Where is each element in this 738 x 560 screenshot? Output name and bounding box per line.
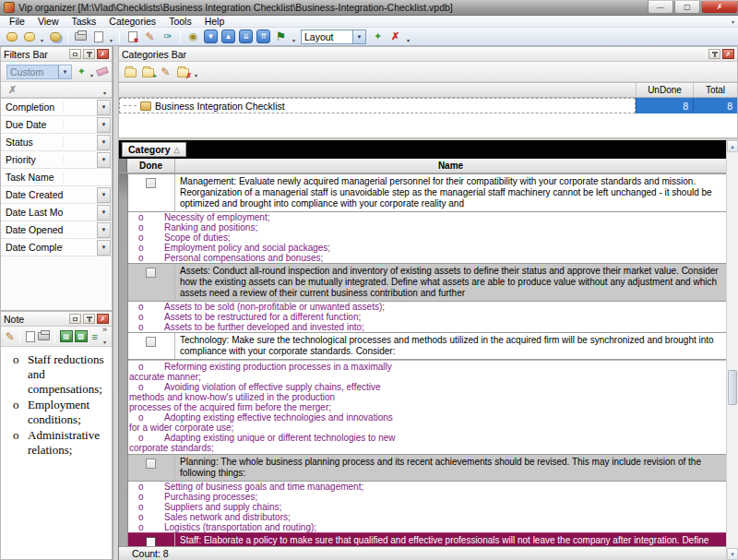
filter-row[interactable]: Date Last Modified▼: [1, 204, 112, 221]
show-completed-icon[interactable]: ◉: [185, 30, 201, 44]
filter-row[interactable]: Date Opened▼: [1, 221, 112, 239]
scroll-down-icon[interactable]: ▼: [727, 548, 738, 560]
note-content[interactable]: oStaff reductions and compensations;oEmp…: [1, 347, 112, 559]
task-row[interactable]: Technology: Make sure the technological …: [127, 332, 726, 360]
task-row[interactable]: Staff: Elaborate a policy to make sure t…: [127, 532, 726, 546]
filters-close-icon[interactable]: ✗: [97, 49, 109, 59]
apply-filter-icon[interactable]: ✦: [76, 65, 88, 79]
filter-row[interactable]: Priority▼: [1, 151, 112, 169]
layout-combobox[interactable]: Layout ▼: [301, 30, 366, 44]
print-preview-icon[interactable]: [90, 30, 106, 44]
task-row[interactable]: Planning: The whole business planning pr…: [127, 454, 726, 482]
filter-preset-combobox[interactable]: Custom ▼: [6, 65, 72, 79]
menu-tasks[interactable]: Tasks: [65, 16, 103, 27]
collapse-all-icon[interactable]: ⇈: [256, 30, 271, 44]
categories-overflow-icon[interactable]: ▾: [193, 66, 199, 78]
menubar-overflow-icon[interactable]: ▾: [732, 18, 734, 25]
open-database-icon[interactable]: [21, 30, 37, 44]
delete-layout-icon[interactable]: ✗: [387, 30, 403, 44]
subitem-row[interactable]: oEmployment policy and social packages;: [127, 243, 726, 253]
close-button[interactable]: ✗: [701, 1, 738, 14]
filter-row[interactable]: Due Date▼: [1, 116, 112, 134]
task-row[interactable]: Management: Evaluate newly acquired mana…: [127, 173, 726, 212]
scroll-up-icon[interactable]: ▲: [727, 140, 738, 152]
flag-dropdown-icon[interactable]: ▾: [291, 30, 297, 43]
name-column-header[interactable]: Name: [175, 159, 726, 173]
filter-dropdown-icon[interactable]: ▼: [97, 152, 111, 168]
done-checkbox[interactable]: [146, 459, 156, 469]
scrollbar-thumb[interactable]: [728, 370, 737, 405]
clear-filter-icon[interactable]: [96, 65, 108, 79]
new-task-icon[interactable]: [125, 30, 140, 44]
categories-close-icon[interactable]: ✗: [722, 49, 734, 59]
flag-icon[interactable]: ⚑: [273, 30, 289, 44]
filter-row[interactable]: Date Created▼: [1, 186, 112, 204]
filters-restore-icon[interactable]: [69, 49, 81, 59]
menu-tools[interactable]: Tools: [162, 16, 198, 27]
category-row[interactable]: Business Integration Checklist88: [119, 98, 737, 113]
task-row[interactable]: Assets: Conduct all-round inspection and…: [127, 263, 726, 302]
filter-row[interactable]: Status▼: [1, 134, 112, 151]
menu-file[interactable]: File: [3, 16, 31, 27]
done-cell[interactable]: [127, 533, 175, 546]
subitem-row[interactable]: oAssets to be further developed and inve…: [127, 322, 726, 332]
filter-dropdown-icon[interactable]: ▼: [97, 135, 111, 150]
scrollbar-track[interactable]: [727, 152, 738, 548]
note-print-preview-icon[interactable]: [25, 329, 35, 344]
filter-dropdown-icon[interactable]: ▼: [97, 222, 111, 238]
maximize-button[interactable]: ▢: [674, 1, 700, 14]
subitem-row[interactable]: oPersonal compensations and bonuses;: [127, 253, 726, 263]
save-database-icon[interactable]: [47, 30, 63, 44]
done-cell[interactable]: [127, 455, 175, 481]
filter-preset-dropdown-icon[interactable]: ▼: [58, 66, 71, 78]
subitem-row[interactable]: oScope of duties;: [127, 232, 726, 243]
menu-categories[interactable]: Categories: [102, 16, 162, 27]
minimize-button[interactable]: —: [648, 1, 673, 14]
subitem-row[interactable]: oAssets to be sold (non-profitable or un…: [127, 302, 726, 312]
add-subcategory-icon[interactable]: +: [140, 65, 156, 79]
subitem-row[interactable]: oSales network and distributors;: [127, 512, 726, 522]
undone-column-header[interactable]: UnDone: [636, 83, 693, 97]
move-task-up-icon[interactable]: ▲: [220, 30, 236, 44]
done-checkbox[interactable]: [146, 178, 156, 188]
edit-category-icon[interactable]: ✎: [158, 65, 173, 79]
layout-overflow-icon[interactable]: ▾: [405, 30, 411, 43]
filters-pin-icon[interactable]: [83, 49, 95, 59]
menu-view[interactable]: View: [31, 16, 65, 27]
filter-dropdown-icon[interactable]: ▼: [97, 205, 111, 220]
bullet-list-icon[interactable]: ≡: [89, 329, 100, 344]
vertical-scrollbar[interactable]: ▲ ▼: [726, 140, 738, 560]
done-cell[interactable]: [127, 174, 175, 211]
subitem-row[interactable]: oSuppliers and supply chains;: [127, 502, 726, 512]
edit-note-icon[interactable]: ✎: [5, 329, 15, 344]
subitem-block[interactable]: oReforming existing production processes…: [127, 360, 726, 454]
remove-filter-icon[interactable]: ✗: [5, 82, 20, 97]
filter-dropdown-icon[interactable]: ▼: [97, 187, 111, 203]
print-icon[interactable]: [73, 30, 89, 44]
filter-row[interactable]: Date Completed▼: [1, 239, 112, 256]
filter-row[interactable]: Completion▼: [1, 99, 112, 116]
menu-help[interactable]: Help: [198, 16, 232, 27]
subitem-row[interactable]: oPurchasing processes;: [127, 492, 726, 502]
category-name-cell[interactable]: Business Integration Checklist: [119, 98, 636, 113]
insert-object-icon[interactable]: ▩: [75, 329, 88, 344]
task-notes-icon[interactable]: ✑: [160, 30, 175, 44]
insert-picture-icon[interactable]: ▦: [60, 329, 73, 344]
done-checkbox[interactable]: [146, 268, 156, 278]
filter-row[interactable]: Task Name: [1, 169, 112, 186]
expand-all-icon[interactable]: ⇊: [238, 30, 254, 44]
category-group-header[interactable]: Category △: [122, 142, 186, 157]
subitem-row[interactable]: oSetting of business goals and time mana…: [127, 482, 726, 492]
subitem-row[interactable]: oLogistics (transportation and routing);: [127, 522, 726, 532]
move-task-down-icon[interactable]: ▼: [203, 30, 219, 44]
note-close-icon[interactable]: ✗: [97, 314, 109, 324]
done-checkbox[interactable]: [146, 337, 156, 347]
delete-category-icon[interactable]: ✗: [175, 65, 191, 79]
customize-layout-icon[interactable]: ✦: [370, 30, 386, 44]
categories-pin-icon[interactable]: [708, 49, 720, 59]
print-dropdown-icon[interactable]: ▾: [108, 30, 114, 43]
total-column-header[interactable]: Total: [693, 83, 737, 97]
add-category-icon[interactable]: [123, 65, 138, 79]
note-pin-icon[interactable]: [83, 314, 95, 324]
filter-dropdown-icon[interactable]: ▼: [97, 117, 111, 133]
